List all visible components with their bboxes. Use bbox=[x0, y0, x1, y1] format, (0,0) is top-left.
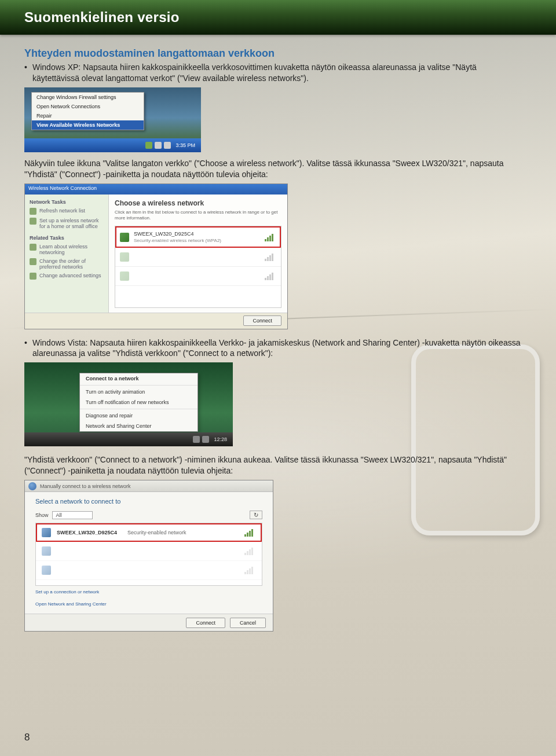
filter-select[interactable]: All bbox=[52, 511, 93, 519]
signal-bars-icon bbox=[265, 272, 276, 280]
sidebar-item-order[interactable]: Change the order of preferred networks bbox=[30, 258, 104, 270]
section-heading: Yhteyden muodostaminen langattomaan verk… bbox=[24, 47, 521, 60]
sidebar-heading-tasks: Network Tasks bbox=[30, 199, 104, 205]
tray-network-icon[interactable] bbox=[193, 436, 200, 443]
dialog-heading: Select a network to connect to bbox=[35, 498, 262, 505]
sidebar-item-setup[interactable]: Set up a wireless network for a home or … bbox=[30, 218, 104, 229]
signal-bars-icon bbox=[244, 547, 256, 555]
tray-shield-icon[interactable] bbox=[145, 142, 152, 149]
taskbar: 12:28 bbox=[24, 432, 233, 446]
connect-button[interactable]: Connect bbox=[243, 315, 281, 326]
tray-network-icon[interactable] bbox=[155, 142, 162, 149]
network-ssid: SWEEX_LW320_D925C4 bbox=[57, 530, 117, 535]
tray-volume-icon[interactable] bbox=[164, 142, 171, 149]
screenshot-vista-connect-dialog: Manually connect to a wireless network S… bbox=[24, 480, 273, 632]
network-ssid: SWEEX_LW320_D925C4 bbox=[134, 231, 193, 237]
network-row-sweex[interactable]: SWEEX_LW320_D925C4 Security-enabled netw… bbox=[36, 523, 262, 542]
sidebar-item-advanced[interactable]: Change advanced settings bbox=[30, 273, 104, 280]
dialog-title-text: Manually connect to a wireless network bbox=[40, 483, 131, 489]
paragraph-vista-intro: Windows Vista: Napsauta hiiren kakkospai… bbox=[24, 337, 521, 359]
network-security-label: Security-enabled wireless network (WPA2) bbox=[134, 238, 260, 243]
connect-button[interactable]: Connect bbox=[186, 618, 225, 628]
network-icon bbox=[120, 271, 129, 281]
setup-icon bbox=[30, 218, 36, 225]
menu-item-view-networks[interactable]: View Available Wireless Networks bbox=[32, 120, 144, 130]
menu-item-sharing-center[interactable]: Network and Sharing Center bbox=[80, 421, 197, 431]
paragraph-xp-intro: Windows XP: Napsauta hiiren kakkospainik… bbox=[24, 62, 521, 84]
network-list: SWEEX_LW320_D925C4 Security-enabled netw… bbox=[35, 523, 262, 586]
taskbar-clock: 12:28 bbox=[211, 436, 229, 442]
taskbar-clock: 3:35 PM bbox=[173, 142, 197, 148]
sidebar-item-learn[interactable]: Learn about wireless networking bbox=[30, 244, 104, 255]
screenshot-xp-tray-menu: Change Windows Firewall settings Open Ne… bbox=[24, 87, 201, 152]
page-number: 8 bbox=[24, 732, 30, 743]
network-row-blank[interactable] bbox=[36, 542, 262, 561]
help-icon bbox=[30, 244, 36, 251]
context-menu: Change Windows Firewall settings Open Ne… bbox=[31, 92, 144, 130]
menu-item-connect[interactable]: Connect to a network bbox=[80, 373, 197, 384]
panel-heading: Choose a wireless network bbox=[115, 199, 281, 207]
context-menu: Connect to a network Turn on activity an… bbox=[79, 373, 198, 432]
signal-bars-icon bbox=[244, 566, 256, 574]
signal-bars-icon bbox=[265, 253, 276, 261]
network-icon bbox=[120, 252, 129, 262]
network-list: SWEEX_LW320_D925C4Security-enabled wirel… bbox=[115, 226, 281, 307]
sidebar-heading-related: Related Tasks bbox=[30, 235, 104, 241]
screenshot-xp-wireless-dialog: Wireless Network Connection Network Task… bbox=[24, 184, 288, 329]
network-icon bbox=[120, 233, 129, 242]
menu-item-animation[interactable]: Turn on activity animation bbox=[80, 387, 197, 397]
star-icon bbox=[30, 258, 36, 265]
link-sharing-center[interactable]: Open Network and Sharing Center bbox=[35, 601, 262, 607]
sidebar-item-refresh[interactable]: Refresh network list bbox=[30, 208, 104, 215]
network-row-blank[interactable] bbox=[115, 248, 281, 267]
refresh-button[interactable]: ↻ bbox=[250, 511, 262, 519]
menu-item-repair[interactable]: Repair bbox=[32, 111, 144, 120]
signal-bars-icon bbox=[265, 233, 276, 241]
network-security-label: Security-enabled network bbox=[127, 530, 186, 535]
cancel-button[interactable]: Cancel bbox=[230, 618, 266, 628]
network-icon bbox=[42, 546, 51, 556]
taskbar: 3:35 PM bbox=[24, 138, 201, 152]
network-row-sweex[interactable]: SWEEX_LW320_D925C4Security-enabled wirel… bbox=[115, 226, 281, 248]
refresh-icon bbox=[30, 208, 36, 215]
tray-volume-icon[interactable] bbox=[202, 436, 209, 443]
menu-item-firewall[interactable]: Change Windows Firewall settings bbox=[32, 93, 144, 102]
dialog-titlebar: Manually connect to a wireless network bbox=[25, 480, 273, 492]
menu-item-open-connections[interactable]: Open Network Connections bbox=[32, 102, 144, 111]
paragraph-vista-connect: "Yhdistä verkkoon" ("Connect to a networ… bbox=[24, 454, 521, 476]
network-row-blank[interactable] bbox=[115, 267, 281, 286]
dialog-titlebar: Wireless Network Connection bbox=[25, 184, 287, 194]
panel-subtext: Click an item in the list below to conne… bbox=[115, 210, 281, 222]
show-label: Show bbox=[35, 512, 49, 518]
gear-icon bbox=[30, 273, 36, 280]
network-icon bbox=[42, 566, 51, 575]
screenshot-vista-tray-menu: Connect to a network Turn on activity an… bbox=[24, 362, 233, 446]
signal-bars-icon bbox=[244, 529, 256, 537]
document-header: Suomenkielinen versio bbox=[0, 0, 556, 35]
header-title: Suomenkielinen versio bbox=[0, 0, 556, 25]
network-row-blank[interactable] bbox=[36, 561, 262, 580]
menu-item-notification[interactable]: Turn off notification of new networks bbox=[80, 397, 197, 408]
dialog-sidebar: Network Tasks Refresh network list Set u… bbox=[25, 194, 109, 313]
network-icon bbox=[42, 528, 51, 537]
back-button-icon[interactable] bbox=[28, 482, 36, 490]
menu-item-diagnose[interactable]: Diagnose and repair bbox=[80, 410, 197, 421]
link-setup-connection[interactable]: Set up a connection or network bbox=[35, 589, 262, 594]
paragraph-xp-choose: Näkyviin tulee ikkuna "Valitse langaton … bbox=[24, 158, 521, 180]
document-content: Yhteyden muodostaminen langattomaan verk… bbox=[24, 47, 521, 640]
